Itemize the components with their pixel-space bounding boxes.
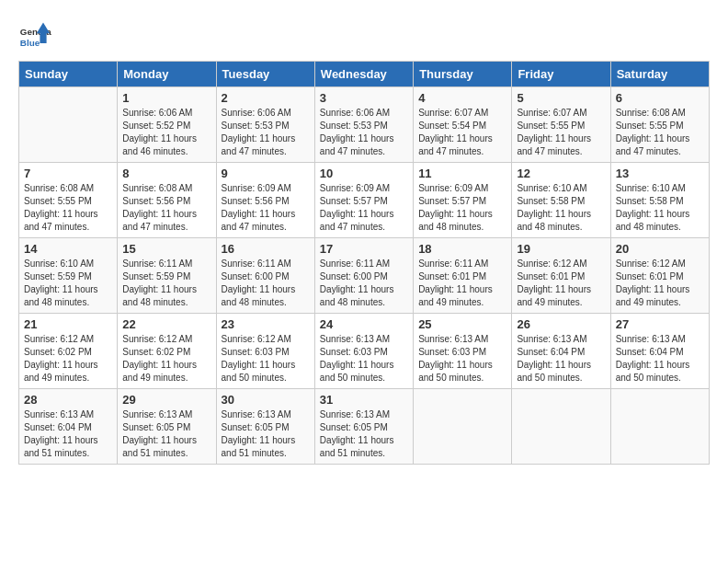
- day-number: 2: [222, 91, 310, 105]
- day-info: Sunrise: 6:06 AMSunset: 5:53 PMDaylight:…: [222, 107, 310, 158]
- day-info: Sunrise: 6:13 AMSunset: 6:05 PMDaylight:…: [122, 408, 210, 460]
- day-info: Sunrise: 6:11 AMSunset: 6:01 PMDaylight:…: [418, 258, 506, 309]
- day-number: 20: [616, 242, 704, 256]
- day-number: 31: [320, 393, 408, 407]
- weekday-header-row: SundayMondayTuesdayWednesdayThursdayFrid…: [19, 62, 710, 87]
- day-info: Sunrise: 6:11 AMSunset: 6:00 PMDaylight:…: [222, 258, 310, 309]
- day-number: 25: [418, 317, 506, 331]
- calendar-week-row: 21Sunrise: 6:12 AMSunset: 6:02 PMDayligh…: [19, 314, 710, 389]
- day-info: Sunrise: 6:06 AMSunset: 5:53 PMDaylight:…: [320, 107, 408, 158]
- calendar-cell: 10Sunrise: 6:09 AMSunset: 5:57 PMDayligh…: [314, 163, 413, 238]
- calendar-cell: 19Sunrise: 6:12 AMSunset: 6:01 PMDayligh…: [512, 238, 610, 314]
- day-info: Sunrise: 6:13 AMSunset: 6:03 PMDaylight:…: [418, 333, 506, 385]
- day-number: 16: [222, 242, 310, 256]
- day-number: 6: [616, 91, 704, 105]
- day-info: Sunrise: 6:07 AMSunset: 5:55 PMDaylight:…: [517, 107, 605, 158]
- calendar-cell: 6Sunrise: 6:08 AMSunset: 5:55 PMDaylight…: [610, 87, 709, 163]
- day-info: Sunrise: 6:13 AMSunset: 6:04 PMDaylight:…: [24, 408, 112, 460]
- weekday-header: Sunday: [19, 62, 118, 87]
- calendar-cell: 25Sunrise: 6:13 AMSunset: 6:03 PMDayligh…: [414, 314, 512, 389]
- day-number: 10: [320, 167, 408, 180]
- day-number: 27: [616, 317, 704, 331]
- day-info: Sunrise: 6:12 AMSunset: 6:03 PMDaylight:…: [222, 333, 310, 385]
- day-number: 4: [418, 91, 506, 105]
- calendar-table: SundayMondayTuesdayWednesdayThursdayFrid…: [18, 61, 710, 465]
- calendar-cell: 16Sunrise: 6:11 AMSunset: 6:00 PMDayligh…: [216, 238, 314, 314]
- calendar-cell: [512, 389, 610, 465]
- calendar-cell: 4Sunrise: 6:07 AMSunset: 5:54 PMDaylight…: [414, 87, 512, 163]
- calendar-cell: 17Sunrise: 6:11 AMSunset: 6:00 PMDayligh…: [314, 238, 413, 314]
- calendar-cell: 9Sunrise: 6:09 AMSunset: 5:56 PMDaylight…: [216, 163, 314, 238]
- calendar-cell: 21Sunrise: 6:12 AMSunset: 6:02 PMDayligh…: [19, 314, 118, 389]
- calendar-cell: 27Sunrise: 6:13 AMSunset: 6:04 PMDayligh…: [610, 314, 709, 389]
- calendar-cell: 8Sunrise: 6:08 AMSunset: 5:56 PMDaylight…: [118, 163, 216, 238]
- day-info: Sunrise: 6:09 AMSunset: 5:57 PMDaylight:…: [418, 182, 506, 234]
- day-number: 11: [418, 167, 506, 180]
- calendar-cell: 7Sunrise: 6:08 AMSunset: 5:55 PMDaylight…: [19, 163, 118, 238]
- day-info: Sunrise: 6:08 AMSunset: 5:55 PMDaylight:…: [24, 182, 112, 234]
- day-info: Sunrise: 6:13 AMSunset: 6:05 PMDaylight:…: [222, 408, 310, 460]
- day-number: 18: [418, 242, 506, 256]
- day-info: Sunrise: 6:12 AMSunset: 6:01 PMDaylight:…: [616, 258, 704, 309]
- day-info: Sunrise: 6:11 AMSunset: 5:59 PMDaylight:…: [122, 258, 210, 309]
- day-number: 15: [122, 242, 210, 256]
- weekday-header: Saturday: [610, 62, 709, 87]
- logo: General Blue: [18, 18, 55, 52]
- day-number: 3: [320, 91, 408, 105]
- calendar-cell: 15Sunrise: 6:11 AMSunset: 5:59 PMDayligh…: [118, 238, 216, 314]
- weekday-header: Tuesday: [216, 62, 314, 87]
- day-info: Sunrise: 6:12 AMSunset: 6:01 PMDaylight:…: [517, 258, 605, 309]
- weekday-header: Monday: [118, 62, 216, 87]
- calendar-cell: 20Sunrise: 6:12 AMSunset: 6:01 PMDayligh…: [610, 238, 709, 314]
- calendar-cell: 24Sunrise: 6:13 AMSunset: 6:03 PMDayligh…: [314, 314, 413, 389]
- weekday-header: Thursday: [414, 62, 512, 87]
- day-info: Sunrise: 6:06 AMSunset: 5:52 PMDaylight:…: [122, 107, 210, 158]
- day-number: 29: [122, 393, 210, 407]
- day-number: 23: [222, 317, 310, 331]
- day-info: Sunrise: 6:12 AMSunset: 6:02 PMDaylight:…: [122, 333, 210, 385]
- calendar-cell: [610, 389, 709, 465]
- day-number: 14: [24, 242, 112, 256]
- day-info: Sunrise: 6:12 AMSunset: 6:02 PMDaylight:…: [24, 333, 112, 385]
- weekday-header: Wednesday: [314, 62, 413, 87]
- day-info: Sunrise: 6:13 AMSunset: 6:04 PMDaylight:…: [517, 333, 605, 385]
- calendar-cell: 13Sunrise: 6:10 AMSunset: 5:58 PMDayligh…: [610, 163, 709, 238]
- day-info: Sunrise: 6:10 AMSunset: 5:59 PMDaylight:…: [24, 258, 112, 309]
- calendar-week-row: 14Sunrise: 6:10 AMSunset: 5:59 PMDayligh…: [19, 238, 710, 314]
- calendar-cell: 14Sunrise: 6:10 AMSunset: 5:59 PMDayligh…: [19, 238, 118, 314]
- day-number: 8: [122, 167, 210, 180]
- calendar-cell: 31Sunrise: 6:13 AMSunset: 6:05 PMDayligh…: [314, 389, 413, 465]
- day-info: Sunrise: 6:09 AMSunset: 5:56 PMDaylight:…: [222, 182, 310, 234]
- calendar-cell: 30Sunrise: 6:13 AMSunset: 6:05 PMDayligh…: [216, 389, 314, 465]
- calendar-cell: 5Sunrise: 6:07 AMSunset: 5:55 PMDaylight…: [512, 87, 610, 163]
- day-info: Sunrise: 6:13 AMSunset: 6:05 PMDaylight:…: [320, 408, 408, 460]
- day-number: 7: [24, 167, 112, 180]
- day-info: Sunrise: 6:13 AMSunset: 6:03 PMDaylight:…: [320, 333, 408, 385]
- logo-icon: General Blue: [18, 18, 51, 52]
- day-number: 19: [517, 242, 605, 256]
- calendar-cell: 28Sunrise: 6:13 AMSunset: 6:04 PMDayligh…: [19, 389, 118, 465]
- day-number: 30: [222, 393, 310, 407]
- day-info: Sunrise: 6:10 AMSunset: 5:58 PMDaylight:…: [616, 182, 704, 234]
- calendar-cell: 2Sunrise: 6:06 AMSunset: 5:53 PMDaylight…: [216, 87, 314, 163]
- calendar-cell: [414, 389, 512, 465]
- day-number: 5: [517, 91, 605, 105]
- day-number: 13: [616, 167, 704, 180]
- day-info: Sunrise: 6:09 AMSunset: 5:57 PMDaylight:…: [320, 182, 408, 234]
- weekday-header: Friday: [512, 62, 610, 87]
- day-number: 28: [24, 393, 112, 407]
- day-number: 24: [320, 317, 408, 331]
- calendar-cell: 1Sunrise: 6:06 AMSunset: 5:52 PMDaylight…: [118, 87, 216, 163]
- page-header: General Blue: [18, 18, 710, 52]
- calendar-cell: 23Sunrise: 6:12 AMSunset: 6:03 PMDayligh…: [216, 314, 314, 389]
- calendar-cell: 11Sunrise: 6:09 AMSunset: 5:57 PMDayligh…: [414, 163, 512, 238]
- day-number: 1: [122, 91, 210, 105]
- day-number: 26: [517, 317, 605, 331]
- day-info: Sunrise: 6:08 AMSunset: 5:55 PMDaylight:…: [616, 107, 704, 158]
- day-info: Sunrise: 6:13 AMSunset: 6:04 PMDaylight:…: [616, 333, 704, 385]
- calendar-cell: [19, 87, 118, 163]
- calendar-cell: 18Sunrise: 6:11 AMSunset: 6:01 PMDayligh…: [414, 238, 512, 314]
- calendar-cell: 26Sunrise: 6:13 AMSunset: 6:04 PMDayligh…: [512, 314, 610, 389]
- day-number: 12: [517, 167, 605, 180]
- day-info: Sunrise: 6:07 AMSunset: 5:54 PMDaylight:…: [418, 107, 506, 158]
